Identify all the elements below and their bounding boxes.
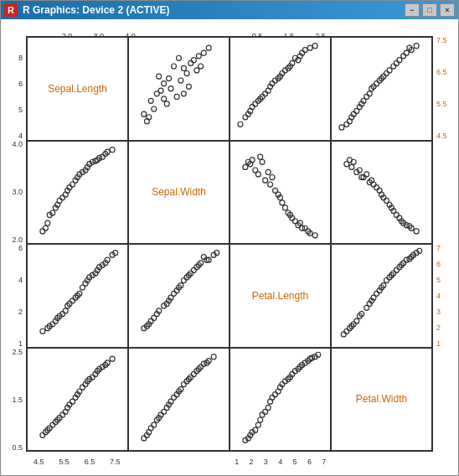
svg-point-270 <box>40 432 45 437</box>
svg-point-44 <box>238 122 243 127</box>
svg-point-330 <box>270 395 275 400</box>
svg-point-107 <box>43 225 48 230</box>
svg-point-2 <box>177 55 182 60</box>
svg-point-83 <box>45 220 50 225</box>
left-ax-13: 2.5 <box>12 348 23 356</box>
svg-point-160 <box>371 181 376 186</box>
svg-point-21 <box>194 68 199 73</box>
right-ax-7: 5 <box>436 276 441 284</box>
bot-ax-9: 5 <box>293 458 297 466</box>
scatter-3-4 <box>332 245 431 347</box>
right-axis-row1: 7.5 6.5 5.5 4.5 <box>435 36 458 140</box>
svg-point-117 <box>258 154 263 159</box>
left-ax-2: 8 <box>18 54 23 62</box>
petal-length-label: Petal.Length <box>252 290 308 302</box>
bot-ax-6: 2 <box>250 458 254 466</box>
bot-ax-1: 4.5 <box>34 458 44 466</box>
right-ax-3: 5.5 <box>436 100 447 108</box>
svg-point-74 <box>387 68 392 73</box>
svg-point-116 <box>255 171 260 176</box>
svg-point-61 <box>394 60 399 65</box>
svg-point-119 <box>266 169 271 174</box>
svg-point-10 <box>157 74 162 79</box>
svg-point-12 <box>162 96 167 101</box>
cell-2-4 <box>331 141 432 245</box>
svg-point-26 <box>144 119 149 124</box>
left-axis-row1: 8 6 5 4 <box>1 36 24 140</box>
right-ax-5: 7 <box>436 244 441 252</box>
svg-point-187 <box>40 329 45 334</box>
scatter-1-4 <box>332 38 431 140</box>
bottom-axis-sepal: 4.5 5.5 6.5 7.5 <box>26 453 128 470</box>
left-ax-14: 1.5 <box>12 396 23 404</box>
svg-point-331 <box>276 388 281 393</box>
svg-point-27 <box>158 88 163 93</box>
left-ax-11: 2 <box>18 308 23 316</box>
cell-4-2 <box>128 348 230 452</box>
svg-point-62 <box>391 64 396 69</box>
svg-point-314 <box>255 422 260 427</box>
bot-ax-2: 5.5 <box>59 458 70 466</box>
svg-point-9 <box>162 81 167 86</box>
svg-point-201 <box>181 277 186 282</box>
bot-ax-4: 7.5 <box>110 458 121 466</box>
svg-point-25 <box>142 111 147 116</box>
svg-point-234 <box>384 277 389 282</box>
svg-point-199 <box>191 267 196 272</box>
svg-point-319 <box>273 391 278 396</box>
svg-point-45 <box>312 44 317 49</box>
left-ax-6: 4.0 <box>12 140 23 148</box>
svg-point-76 <box>367 91 372 96</box>
svg-point-317 <box>266 405 271 410</box>
svg-point-51 <box>250 105 255 110</box>
svg-point-114 <box>250 157 255 162</box>
maximize-button[interactable]: □ <box>422 3 437 17</box>
right-ax-11: 1 <box>436 339 441 348</box>
svg-point-1 <box>181 65 186 70</box>
svg-point-224 <box>344 329 349 334</box>
svg-point-63 <box>414 44 419 49</box>
left-ax-5: 4 <box>18 132 23 140</box>
left-ax-4: 5 <box>18 106 23 114</box>
svg-point-14 <box>164 101 169 106</box>
svg-point-0 <box>188 60 193 65</box>
scatter-grid: Sepal.Length <box>26 36 433 452</box>
left-ax-8: 2.0 <box>12 235 23 244</box>
left-axis: 8 6 5 4 4.0 3.0 2.0 6 4 2 1 2.5 1.5 0.5 <box>1 36 24 452</box>
svg-point-159 <box>414 228 419 233</box>
svg-point-121 <box>270 174 275 179</box>
svg-point-4 <box>191 58 196 63</box>
svg-point-173 <box>63 308 68 313</box>
bot-ax-10: 6 <box>307 458 312 466</box>
close-button[interactable]: × <box>440 3 455 17</box>
minimize-button[interactable]: − <box>405 3 420 17</box>
svg-point-292 <box>181 381 186 386</box>
window-title: R Graphics: Device 2 (ACTIVE) <box>23 4 405 16</box>
right-axis-gap1 <box>435 140 458 244</box>
right-ax-10: 2 <box>436 323 441 332</box>
svg-point-23 <box>199 64 204 69</box>
svg-point-72 <box>344 122 349 127</box>
svg-point-176 <box>70 298 75 303</box>
scatter-1-3 <box>230 38 330 140</box>
svg-point-64 <box>384 70 389 75</box>
svg-point-15 <box>152 106 157 111</box>
scatter-3-2 <box>129 245 229 347</box>
svg-point-88 <box>60 194 65 199</box>
cell-2-1 <box>27 141 128 245</box>
svg-point-299 <box>142 435 147 440</box>
svg-point-100 <box>100 154 105 159</box>
svg-point-17 <box>178 78 183 83</box>
window-controls[interactable]: − □ × <box>405 3 455 17</box>
svg-point-5 <box>201 50 206 55</box>
right-ax-2: 6.5 <box>436 68 447 76</box>
svg-point-137 <box>300 225 305 230</box>
bot-ax-8: 4 <box>278 458 282 466</box>
svg-point-282 <box>148 425 153 430</box>
svg-point-24 <box>148 98 153 103</box>
cell-1-4 <box>331 37 432 141</box>
bottom-axis: 4.5 5.5 6.5 7.5 1 2 3 4 5 6 7 <box>26 453 433 470</box>
svg-point-13 <box>168 86 173 91</box>
svg-point-124 <box>280 199 285 204</box>
right-ax-6: 6 <box>436 260 441 268</box>
